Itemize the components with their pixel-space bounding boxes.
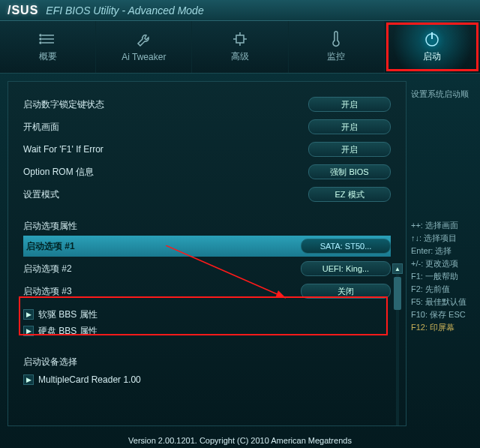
boot-label: 启动选项 #1: [23, 240, 301, 253]
setting-label: Option ROM 信息: [23, 166, 308, 179]
settings-panel: 启动数字锁定键状态 开启 开机画面 开启 Wait For 'F1' If Er…: [8, 81, 406, 426]
footer-version: Version 2.00.1201. Copyright (C) 2010 Am…: [0, 436, 480, 445]
setting-value[interactable]: 强制 BIOS: [308, 164, 391, 179]
tab-label: 监控: [327, 50, 345, 63]
boot-option-3[interactable]: 启动选项 #3 关闭: [23, 281, 391, 302]
help-f12: F12: 印屏幕: [411, 322, 476, 333]
tab-main[interactable]: 概要: [0, 21, 96, 73]
help-line: F1: 一般帮助: [411, 271, 476, 282]
bbs-label: 软驱 BBS 属性: [38, 308, 98, 321]
boot-label: 启动选项 #3: [23, 285, 301, 298]
boot-option-2[interactable]: 启动选项 #2 UEFI: King...: [23, 258, 391, 279]
bbs-floppy[interactable]: ▶ 软驱 BBS 属性: [23, 306, 391, 323]
help-line: Enter: 选择: [411, 245, 476, 257]
boot-section-title: 启动选项属性: [23, 220, 391, 233]
tab-label: 启动: [423, 50, 441, 63]
boot-option-1[interactable]: 启动选项 #1 SATA: ST50...: [23, 236, 391, 257]
tab-ai-tweaker[interactable]: Ai Tweaker: [96, 21, 192, 73]
chip-icon: [232, 31, 248, 47]
boot-value[interactable]: SATA: ST50...: [301, 239, 391, 254]
setting-row-fullscreen[interactable]: 开机画面 开启: [23, 116, 391, 137]
tab-label: 高级: [231, 50, 249, 63]
scroll-up-icon[interactable]: ▲: [392, 263, 403, 274]
scroll-down-icon[interactable]: ▼: [392, 425, 403, 426]
help-description: 设置系统启动顺: [411, 89, 476, 100]
boot-value[interactable]: 关闭: [301, 284, 391, 299]
bbs-label: 硬盘 BBS 属性: [38, 325, 98, 338]
tab-label: 概要: [39, 50, 57, 63]
scrollbar[interactable]: ▲ ▼: [392, 263, 403, 426]
tab-advanced[interactable]: 高级: [192, 21, 288, 73]
svg-point-4: [40, 38, 41, 40]
tab-monitor[interactable]: 监控: [289, 21, 385, 73]
svg-point-5: [40, 42, 41, 44]
setting-row-option-rom[interactable]: Option ROM 信息 强制 BIOS: [23, 161, 391, 182]
brand-logo: /SUS: [8, 4, 38, 17]
setting-value[interactable]: 开启: [308, 97, 391, 112]
help-line: F10: 保存 ESC: [411, 309, 476, 320]
boot-device[interactable]: ▶ MultipleCard Reader 1.00: [23, 371, 391, 388]
expand-icon[interactable]: ▶: [23, 374, 34, 385]
setting-row-numlock[interactable]: 启动数字锁定键状态 开启: [23, 94, 391, 115]
scroll-thumb[interactable]: [394, 277, 401, 310]
setting-value[interactable]: 开启: [308, 142, 391, 157]
help-sidebar: 设置系统启动顺 ++: 选择画面 ↑↓: 选择项目 Enter: 选择 +/-:…: [406, 74, 480, 434]
wrench-icon: [136, 32, 152, 49]
tab-bar: 概要 Ai Tweaker 高级 监控 启动: [0, 21, 480, 74]
setting-row-setup-mode[interactable]: 设置模式 EZ 模式: [23, 184, 391, 205]
device-label: MultipleCard Reader 1.00: [38, 374, 141, 385]
boot-value[interactable]: UEFI: King...: [301, 261, 391, 276]
setting-label: 开机画面: [23, 121, 308, 134]
tab-boot[interactable]: 启动: [385, 21, 480, 73]
title-bar: /SUS EFI BIOS Utility - Advanced Mode: [0, 0, 480, 21]
help-line: +/-: 更改选项: [411, 258, 476, 269]
help-line: F2: 先前值: [411, 284, 476, 295]
list-icon: [39, 31, 57, 47]
expand-icon[interactable]: ▶: [23, 309, 34, 320]
setting-label: 启动数字锁定键状态: [23, 98, 308, 111]
setting-label: Wait For 'F1' If Error: [23, 144, 308, 155]
thermometer-icon: [328, 31, 344, 47]
window-title: EFI BIOS Utility - Advanced Mode: [46, 5, 203, 17]
boot-label: 启动选项 #2: [23, 263, 301, 275]
help-line: F5: 最佳默认值: [411, 296, 476, 308]
svg-point-3: [40, 35, 41, 36]
setting-value[interactable]: 开启: [308, 119, 391, 134]
device-section-title: 启动设备选择: [23, 356, 391, 368]
help-line: ↑↓: 选择项目: [411, 233, 476, 244]
setting-value[interactable]: EZ 模式: [308, 187, 391, 202]
setting-row-wait-f1[interactable]: Wait For 'F1' If Error 开启: [23, 139, 391, 160]
expand-icon[interactable]: ▶: [23, 326, 34, 336]
setting-label: 设置模式: [23, 188, 308, 201]
tab-label: Ai Tweaker: [122, 52, 166, 62]
svg-rect-6: [236, 35, 244, 43]
power-icon: [423, 31, 441, 47]
bbs-hdd[interactable]: ▶ 硬盘 BBS 属性: [23, 323, 391, 339]
help-line: ++: 选择画面: [411, 220, 476, 231]
